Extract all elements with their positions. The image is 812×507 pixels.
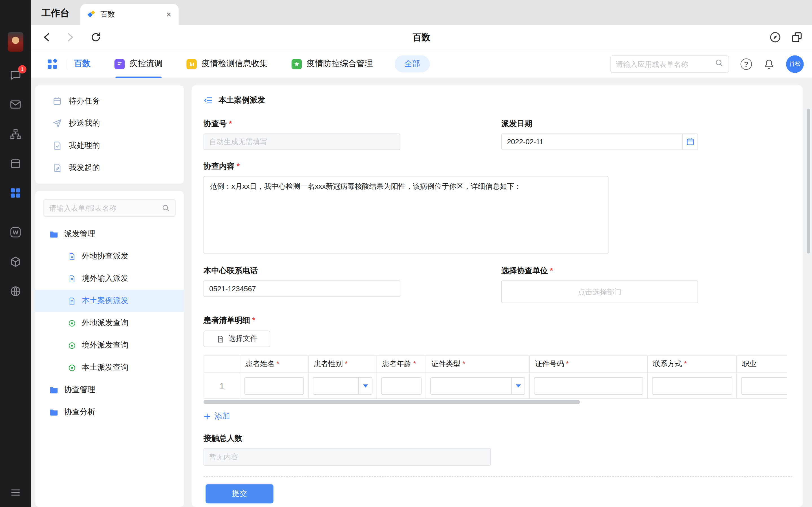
tab-yiqing-jiance[interactable]: 疫情检测信息收集 <box>186 50 267 78</box>
sidebar-item-todo[interactable]: 待办任务 <box>35 90 184 112</box>
windows-icon[interactable] <box>790 31 804 44</box>
tree-folder-xiecha-fenxi[interactable]: 协查分析 <box>35 401 184 423</box>
dispatch-date-field[interactable] <box>501 133 698 150</box>
table-row: 1 <box>204 373 787 399</box>
patient-gender-cell[interactable] <box>313 377 372 394</box>
tab-yiqing-fangkong[interactable]: 疫情防控综合管理 <box>292 50 373 78</box>
tree-item-waidi-xiecha[interactable]: 外地协查派发 <box>35 245 184 268</box>
doc-edit-icon <box>52 163 62 173</box>
dock-rail: 1 <box>0 0 31 507</box>
schedule-icon[interactable] <box>9 157 22 170</box>
assist-unit-picker[interactable] <box>501 281 698 303</box>
form-search-input[interactable] <box>49 204 158 212</box>
sidebar-item-processed[interactable]: 我处理的 <box>35 135 184 157</box>
user-avatar-photo[interactable] <box>8 32 23 52</box>
required-mark: * <box>252 316 255 324</box>
contact-input[interactable] <box>657 382 732 390</box>
add-row-button[interactable]: 添加 <box>204 411 230 421</box>
form-search[interactable] <box>43 199 175 217</box>
tree-item-jingwai-chaxun[interactable]: 境外派发查询 <box>35 334 184 356</box>
apps-grid-icon[interactable] <box>47 58 58 69</box>
query-report-icon <box>68 319 76 327</box>
tree-label: 境外输入派发 <box>82 274 128 284</box>
tree-item-jingwai-shuru[interactable]: 境外输入派发 <box>35 268 184 290</box>
tree-label: 外地协查派发 <box>82 251 128 262</box>
forward-icon[interactable] <box>63 31 77 44</box>
contact-cell[interactable] <box>652 377 732 394</box>
patient-age-input[interactable] <box>386 382 421 390</box>
app-search[interactable] <box>610 55 729 73</box>
calendar-icon[interactable] <box>682 134 698 150</box>
back-icon[interactable] <box>40 31 54 44</box>
occupation-input[interactable] <box>746 382 787 390</box>
col-occupation: 职业 <box>737 356 787 373</box>
dispatch-date-input[interactable] <box>507 138 682 146</box>
form-panel: 本土案例派发 协查号* 派发日期 <box>192 86 803 507</box>
select-file-label: 选择文件 <box>229 334 257 344</box>
patient-age-cell[interactable] <box>381 377 421 394</box>
notification-bell-icon[interactable] <box>763 58 774 69</box>
app-window: 1 工作台 百数 <box>0 0 812 507</box>
assist-content-textarea[interactable]: 范例：x月xx日，我中心检测一名xxx新冠病毒核酸结果为阳性，该病例位于你区，详… <box>204 176 608 253</box>
chevron-down-icon[interactable] <box>511 378 525 394</box>
all-apps-pill[interactable]: 全部 <box>395 55 430 73</box>
refresh-icon[interactable] <box>89 31 103 44</box>
select-file-button[interactable]: 选择文件 <box>204 331 270 347</box>
col-patient-age: 患者年龄 * <box>377 356 426 373</box>
assist-no-field <box>204 133 400 150</box>
docs-app-icon[interactable] <box>9 226 22 238</box>
jiance-app-icon <box>186 59 197 69</box>
patient-gender-input[interactable] <box>317 382 358 390</box>
mail-icon[interactable] <box>9 98 22 111</box>
center-phone-field[interactable] <box>204 281 400 297</box>
sidebar-item-cc-to-me[interactable]: 抄送我的 <box>35 112 184 135</box>
menu-label: 我发起的 <box>69 163 100 173</box>
field-label-assist-content: 协查内容 <box>204 161 235 171</box>
collapse-sidebar-icon[interactable] <box>204 96 213 105</box>
user-avatar[interactable]: 肖松 <box>786 55 804 73</box>
home-nav-baishu[interactable]: 百数 <box>74 59 91 69</box>
tree-item-waidi-chaxun[interactable]: 外地派发查询 <box>35 312 184 334</box>
sidebar-item-initiated[interactable]: 我发起的 <box>35 157 184 179</box>
close-icon[interactable]: × <box>166 10 171 19</box>
page-vertical-scrollbar[interactable] <box>807 109 810 253</box>
send-icon <box>52 119 62 128</box>
chat-icon[interactable]: 1 <box>9 69 22 81</box>
tree-item-bentu-anli-selected[interactable]: 本土案例派发 <box>35 290 184 312</box>
menu-label: 抄送我的 <box>69 119 100 128</box>
drive-app-icon[interactable] <box>9 256 22 268</box>
app-search-input[interactable] <box>616 60 715 68</box>
field-label-total-contacts: 接触总人数 <box>204 434 243 443</box>
id-number-cell[interactable] <box>534 377 644 394</box>
patient-name-input[interactable] <box>249 382 303 390</box>
tab-jikong-liudiao[interactable]: 疾控流调 <box>114 50 163 78</box>
id-number-input[interactable] <box>539 382 643 390</box>
workbench-icon[interactable] <box>9 187 22 199</box>
services-app-icon[interactable] <box>9 285 22 297</box>
tree-folder-paifa[interactable]: 派发管理 <box>35 223 184 245</box>
required-mark: * <box>550 266 553 275</box>
field-label-center-phone: 本中心联系电话 <box>204 266 258 276</box>
explore-icon[interactable] <box>769 31 782 44</box>
app-tab-label: 百数 <box>100 10 115 19</box>
tree-folder-xiecha-guanli[interactable]: 协查管理 <box>35 379 184 401</box>
jikong-app-icon <box>114 59 125 69</box>
more-menu-icon[interactable] <box>9 487 22 499</box>
baishu-logo-icon <box>87 10 96 18</box>
help-icon[interactable]: ? <box>741 58 752 69</box>
id-type-input[interactable] <box>435 382 511 390</box>
required-mark: * <box>229 119 232 128</box>
col-rownum <box>204 356 240 373</box>
occupation-cell[interactable] <box>741 377 787 394</box>
chevron-down-icon[interactable] <box>358 378 372 394</box>
center-phone-input[interactable] <box>209 284 395 293</box>
table-horizontal-scrollbar[interactable] <box>204 400 787 404</box>
submit-button[interactable]: 提交 <box>206 484 273 503</box>
tree-item-bentu-chaxun[interactable]: 本土派发查询 <box>35 356 184 379</box>
app-tab-baishu[interactable]: 百数 × <box>80 4 179 25</box>
id-type-cell[interactable] <box>430 377 525 394</box>
org-chart-icon[interactable] <box>9 128 22 140</box>
menu-label: 我处理的 <box>69 141 100 151</box>
assist-unit-input[interactable] <box>507 288 693 296</box>
patient-name-cell[interactable] <box>245 377 304 394</box>
